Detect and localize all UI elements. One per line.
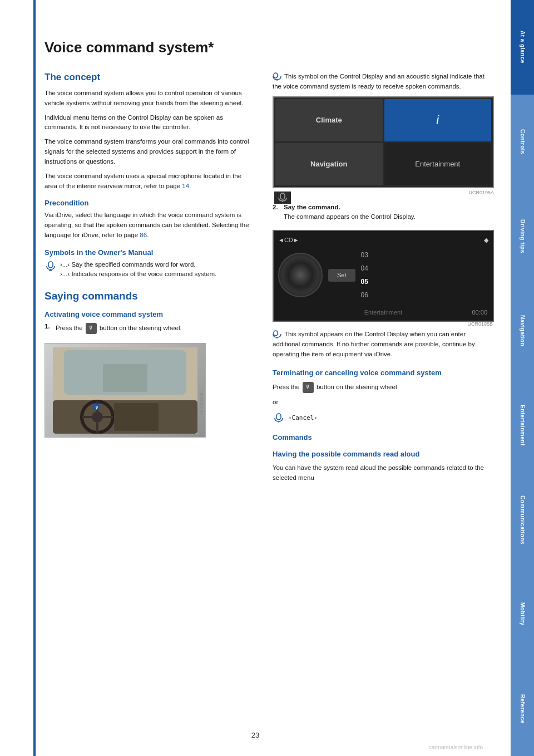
page-ref-14[interactable]: 14 (182, 183, 189, 189)
step-2-row: 2. Say the command. The command appears … (273, 203, 494, 227)
commands-read-title: Having the possible commands read aloud (273, 449, 494, 460)
cd-set-btn: Set (328, 269, 355, 282)
two-col-layout: The concept The voice command system all… (44, 72, 494, 487)
cd-time: 00:00 (472, 308, 487, 317)
cd-nav-label: Navigation (310, 159, 347, 170)
step-1-number: 1. (44, 323, 52, 338)
sidebar: At a glance Controls Driving tips Naviga… (511, 0, 534, 756)
track-06: 06 (361, 288, 368, 302)
cd-nav-back: ◄ (278, 235, 284, 245)
precondition-title: Precondition (44, 199, 256, 207)
sidebar-item-navigation[interactable]: Navigation (511, 283, 534, 378)
cd-nav-cell: Navigation (275, 143, 383, 185)
commands-title: Commands (273, 432, 494, 443)
track-05: 05 (361, 275, 368, 288)
control-display-wrapper: Climate i Navigation Entertainment (273, 96, 494, 197)
track-03: 03 (361, 248, 368, 262)
car-image-inner: 🎙 (45, 343, 205, 437)
cd-entertainment-label: Entertainment (415, 159, 460, 170)
mic-symbol-icon (44, 260, 57, 272)
svg-rect-22 (276, 414, 281, 420)
control-display-image: Climate i Navigation Entertainment (273, 96, 494, 188)
terminating-or: or (273, 397, 494, 408)
cd-entertainment-cell: Entertainment (384, 143, 492, 185)
activating-title: Activating voice command system (44, 310, 256, 318)
track-04: 04 (361, 262, 368, 275)
cd-nav-forward: ► (293, 235, 299, 245)
sidebar-item-reference[interactable]: Reference (511, 661, 534, 756)
page-number: 23 (251, 731, 259, 739)
cd-info-icon: i (436, 111, 439, 130)
sidebar-item-controls[interactable]: Controls (511, 95, 534, 189)
step-2-content: Say the command. The command appears on … (284, 203, 416, 227)
main-content: Voice command system* The concept The vo… (0, 0, 511, 756)
sidebar-item-communications[interactable]: Communications (511, 473, 534, 567)
symbol-1-text: ›...‹ Say the specified commands word fo… (60, 260, 216, 279)
right-col-content: This symbol on the Control Display and a… (273, 72, 494, 483)
cd-player-body: Set 03 04 05 06 (278, 248, 488, 302)
concept-para-1: The voice command system allows you to c… (44, 89, 256, 109)
precondition-text: Via iDrive, select the language in which… (44, 210, 256, 240)
car-interior-image: 🎙 UCR0068A (44, 343, 206, 438)
sidebar-item-at-a-glance[interactable]: At a glance (511, 0, 534, 95)
sidebar-item-entertainment[interactable]: Entertainment (511, 378, 534, 473)
svg-text:🎙: 🎙 (95, 405, 99, 410)
cd-controls: Set (328, 269, 355, 282)
svg-rect-15 (103, 364, 147, 392)
step-1: 1. Press the 🎙 button on the steering wh… (44, 323, 256, 338)
cd-corner: ◆ (484, 235, 488, 245)
cd-climate-cell: Climate (275, 99, 383, 141)
svg-rect-12 (114, 403, 159, 431)
concept-para-2: Individual menu items on the Control Dis… (44, 113, 256, 133)
cancel-mic-icon (273, 412, 285, 424)
step-2-main: Say the command. (284, 203, 416, 213)
symbol-additional-text: This symbol appears on the Control Displ… (273, 330, 494, 359)
saying-commands-title: Saying commands (44, 290, 256, 302)
cd-disc (278, 253, 323, 297)
symbols-title: Symbols in the Owner's Manual (44, 248, 256, 257)
cd-tracks: 03 04 05 06 (361, 248, 368, 302)
page-title: Voice command system* (44, 39, 494, 56)
concept-para-3: The voice command system transforms your… (44, 137, 256, 166)
svg-rect-20 (274, 331, 278, 336)
terminating-text: Press the 🎙 button on the steering wheel (273, 382, 494, 393)
cd-image-ref-2: UCR0195B (467, 321, 493, 328)
steering-wheel-btn-icon: 🎙 (86, 323, 97, 334)
cd-label: CD (284, 235, 293, 245)
page-ref-86[interactable]: 86 (140, 232, 147, 238)
cancel-command: ›Cancel‹ (288, 413, 318, 423)
cd-mic-indicator (274, 192, 291, 204)
svg-point-7 (92, 411, 103, 423)
commands-read-text: You can have the system read aloud the p… (273, 463, 494, 483)
svg-rect-18 (280, 193, 285, 199)
image-label: UCR0068A (199, 390, 204, 416)
cd-info-cell: i (384, 99, 492, 141)
svg-rect-0 (48, 262, 53, 268)
sidebar-item-mobility[interactable]: Mobility (511, 567, 534, 662)
cd-player-display: ◄ CD ► ◆ Set (273, 230, 494, 322)
step-2-number: 2. (273, 203, 280, 227)
concept-para-4: The voice command system uses a special … (44, 171, 256, 192)
right-column: This symbol on the Control Display and a… (273, 72, 494, 487)
cancel-row: ›Cancel‹ (273, 412, 494, 424)
watermark: carmanualsonline.info (429, 744, 483, 750)
cd-player-header: ◄ CD ► ◆ (278, 235, 488, 245)
cd-entertainment-footer: Entertainment (364, 308, 402, 317)
cd-image-ref: UCR0195A (273, 189, 494, 197)
sidebar-item-driving-tips[interactable]: Driving tips (511, 189, 534, 284)
svg-rect-16 (274, 73, 278, 78)
symbol-intro-text: This symbol on the Control Display and a… (273, 72, 494, 92)
terminating-title: Terminating or canceling voice command s… (273, 367, 494, 379)
steering-btn-icon-2: 🎙 (303, 382, 314, 393)
left-column: The concept The voice command system all… (44, 72, 256, 487)
concept-title: The concept (44, 72, 256, 83)
symbol-row-1: ›...‹ Say the specified commands word fo… (44, 260, 256, 279)
step-1-text: Press the 🎙 button on the steering wheel… (56, 323, 182, 334)
step-2-sub: The command appears on the Control Displ… (284, 212, 416, 222)
